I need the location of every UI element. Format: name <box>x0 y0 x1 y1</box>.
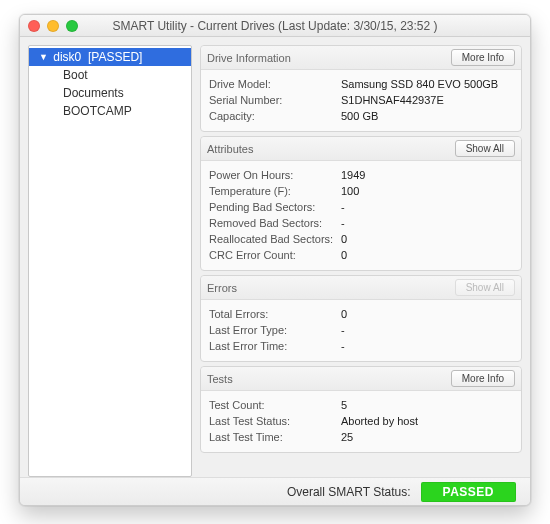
kv-key: Last Test Status: <box>209 415 341 427</box>
kv-key: Reallocated Bad Sectors: <box>209 233 341 245</box>
status-badge: PASSED <box>421 482 516 502</box>
sidebar-disk-status: [PASSED] <box>88 50 142 64</box>
kv-key: CRC Error Count: <box>209 249 341 261</box>
section-header: Tests More Info <box>201 367 521 391</box>
kv-key: Last Test Time: <box>209 431 341 443</box>
kv-key: Temperature (F): <box>209 185 341 197</box>
kv-row: Test Count:5 <box>209 397 513 413</box>
kv-row: Temperature (F):100 <box>209 183 513 199</box>
kv-value: 100 <box>341 185 359 197</box>
kv-value: 500 GB <box>341 110 378 122</box>
sidebar-item-disk0[interactable]: ▼ disk0 [PASSED] <box>29 48 191 66</box>
section-body: Total Errors:0 Last Error Type:- Last Er… <box>201 300 521 361</box>
sidebar-item-bootcamp[interactable]: BOOTCAMP <box>29 102 191 120</box>
section-body: Drive Model:Samsung SSD 840 EVO 500GB Se… <box>201 70 521 131</box>
show-all-button: Show All <box>455 279 515 296</box>
section-errors: Errors Show All Total Errors:0 Last Erro… <box>200 275 522 362</box>
kv-row: Total Errors:0 <box>209 306 513 322</box>
kv-value: 25 <box>341 431 353 443</box>
kv-row: Last Test Status:Aborted by host <box>209 413 513 429</box>
app-window: SMART Utility - Current Drives (Last Upd… <box>19 14 531 506</box>
kv-row: Drive Model:Samsung SSD 840 EVO 500GB <box>209 76 513 92</box>
kv-key: Pending Bad Sectors: <box>209 201 341 213</box>
section-drive-info: Drive Information More Info Drive Model:… <box>200 45 522 132</box>
section-title: Tests <box>207 373 233 385</box>
kv-key: Total Errors: <box>209 308 341 320</box>
kv-value: 0 <box>341 233 347 245</box>
kv-row: Serial Number:S1DHNSAF442937E <box>209 92 513 108</box>
section-body: Power On Hours:1949 Temperature (F):100 … <box>201 161 521 270</box>
section-header: Attributes Show All <box>201 137 521 161</box>
kv-key: Capacity: <box>209 110 341 122</box>
more-info-button[interactable]: More Info <box>451 370 515 387</box>
show-all-button[interactable]: Show All <box>455 140 515 157</box>
kv-value: - <box>341 340 345 352</box>
kv-value: Aborted by host <box>341 415 418 427</box>
drive-sidebar: ▼ disk0 [PASSED] Boot Documents BOOTCAMP <box>28 45 192 477</box>
section-attributes: Attributes Show All Power On Hours:1949 … <box>200 136 522 271</box>
kv-row: Pending Bad Sectors:- <box>209 199 513 215</box>
more-info-button[interactable]: More Info <box>451 49 515 66</box>
footer: Overall SMART Status: PASSED <box>20 477 530 505</box>
disclosure-triangle-icon: ▼ <box>39 52 48 62</box>
close-icon[interactable] <box>28 20 40 32</box>
titlebar: SMART Utility - Current Drives (Last Upd… <box>20 15 530 37</box>
main-panel: Drive Information More Info Drive Model:… <box>200 45 522 477</box>
kv-row: Power On Hours:1949 <box>209 167 513 183</box>
kv-value: 0 <box>341 308 347 320</box>
kv-row: Removed Bad Sectors:- <box>209 215 513 231</box>
kv-key: Serial Number: <box>209 94 341 106</box>
kv-value: 0 <box>341 249 347 261</box>
kv-value: Samsung SSD 840 EVO 500GB <box>341 78 498 90</box>
section-header: Errors Show All <box>201 276 521 300</box>
content-area: ▼ disk0 [PASSED] Boot Documents BOOTCAMP… <box>20 37 530 477</box>
section-body: Test Count:5 Last Test Status:Aborted by… <box>201 391 521 452</box>
kv-row: CRC Error Count:0 <box>209 247 513 263</box>
sidebar-item-documents[interactable]: Documents <box>29 84 191 102</box>
sidebar-item-boot[interactable]: Boot <box>29 66 191 84</box>
kv-key: Last Error Type: <box>209 324 341 336</box>
kv-row: Last Error Type:- <box>209 322 513 338</box>
kv-key: Removed Bad Sectors: <box>209 217 341 229</box>
kv-value: - <box>341 217 345 229</box>
kv-key: Drive Model: <box>209 78 341 90</box>
kv-value: 5 <box>341 399 347 411</box>
section-header: Drive Information More Info <box>201 46 521 70</box>
kv-row: Last Error Time:- <box>209 338 513 354</box>
kv-value: - <box>341 324 345 336</box>
section-tests: Tests More Info Test Count:5 Last Test S… <box>200 366 522 453</box>
kv-key: Power On Hours: <box>209 169 341 181</box>
overall-status-label: Overall SMART Status: <box>287 485 411 499</box>
minimize-icon[interactable] <box>47 20 59 32</box>
kv-key: Last Error Time: <box>209 340 341 352</box>
kv-value: - <box>341 201 345 213</box>
kv-key: Test Count: <box>209 399 341 411</box>
kv-value: 1949 <box>341 169 365 181</box>
window-title: SMART Utility - Current Drives (Last Upd… <box>20 19 530 33</box>
section-title: Errors <box>207 282 237 294</box>
traffic-lights <box>28 20 78 32</box>
kv-value: S1DHNSAF442937E <box>341 94 444 106</box>
sidebar-disk-name: disk0 <box>53 50 81 64</box>
maximize-icon[interactable] <box>66 20 78 32</box>
section-title: Attributes <box>207 143 253 155</box>
kv-row: Reallocated Bad Sectors:0 <box>209 231 513 247</box>
kv-row: Capacity:500 GB <box>209 108 513 124</box>
kv-row: Last Test Time:25 <box>209 429 513 445</box>
section-title: Drive Information <box>207 52 291 64</box>
